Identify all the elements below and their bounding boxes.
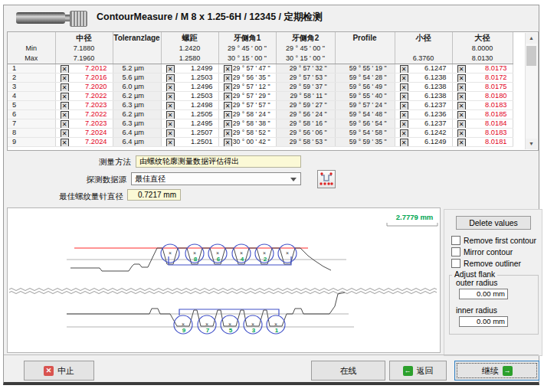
checked-checkbox-icon[interactable]: ✕ <box>400 83 408 92</box>
column-header[interactable]: Toleranzlage <box>113 32 161 64</box>
checked-checkbox-icon[interactable]: ✕ <box>166 129 175 138</box>
unchecked-checkbox-icon[interactable] <box>451 247 460 256</box>
checked-checkbox-icon[interactable]: ✕ <box>457 111 466 119</box>
table-row[interactable]: 8✕7.20246.4 µm✕1.2507✕29 ° 58 ' 52 "29 °… <box>8 129 527 138</box>
scale-bracket <box>387 223 437 226</box>
probe-source-select[interactable]: 最佳直径 <box>131 172 301 185</box>
cell-tol: 6.3 µm <box>113 101 161 110</box>
method-field[interactable]: 由螺纹轮廓测量数据评估得出 <box>136 155 301 168</box>
checked-checkbox-icon[interactable]: ✕ <box>224 139 232 147</box>
checked-checkbox-icon[interactable]: ✕ <box>166 83 175 92</box>
checkbox-label: Remove outliner <box>464 260 521 268</box>
checked-checkbox-icon[interactable]: ✕ <box>400 111 408 119</box>
probe-points-button[interactable] <box>317 170 336 188</box>
abort-button[interactable]: ✕ 中止 <box>24 361 94 381</box>
table-row[interactable]: 3✕7.20206.0 µm✕1.2496✕29 ° 57 ' 12 "29 °… <box>8 83 527 92</box>
checked-checkbox-icon[interactable]: ✕ <box>457 93 466 101</box>
cell-pr: 59 ° 56 ' 54 " <box>335 119 395 129</box>
back-button[interactable]: ← 返回 <box>389 361 447 381</box>
cell-p: ✕1.2498 <box>161 101 218 110</box>
checked-checkbox-icon[interactable]: ✕ <box>61 102 69 110</box>
checked-checkbox-icon[interactable]: ✕ <box>61 129 69 138</box>
checked-checkbox-icon[interactable]: ✕ <box>457 120 466 129</box>
checked-checkbox-icon[interactable]: ✕ <box>457 102 466 110</box>
probe-source-value: 最佳直径 <box>135 175 165 183</box>
thread-gauge-icon <box>16 9 90 26</box>
checked-checkbox-icon[interactable]: ✕ <box>166 93 175 101</box>
checked-checkbox-icon[interactable]: ✕ <box>457 129 466 138</box>
checked-checkbox-icon[interactable]: ✕ <box>400 93 408 101</box>
wire-diameter-field[interactable]: 0.7217 mm <box>127 189 181 201</box>
checked-checkbox-icon[interactable]: ✕ <box>224 93 232 101</box>
checked-checkbox-icon[interactable]: ✕ <box>400 102 408 110</box>
scrollbar-thumb[interactable] <box>526 46 536 66</box>
column-header[interactable]: 小径6.3760 <box>395 32 452 64</box>
checked-checkbox-icon[interactable]: ✕ <box>224 111 232 119</box>
cell-p: ✕1.2495 <box>161 119 218 129</box>
checked-checkbox-icon[interactable]: ✕ <box>61 74 69 83</box>
checked-checkbox-icon[interactable]: ✕ <box>457 139 466 147</box>
inner-radius-field[interactable]: 0.00 mm <box>459 316 508 327</box>
remove-outliner-checkbox[interactable]: Remove outliner <box>451 259 521 268</box>
method-label: 测量方法 <box>4 156 131 168</box>
checked-checkbox-icon[interactable]: ✕ <box>166 65 175 74</box>
checked-checkbox-icon[interactable]: ✕ <box>61 139 69 147</box>
checked-checkbox-icon[interactable]: ✕ <box>400 65 408 74</box>
delete-values-button[interactable]: Delete values <box>456 216 531 230</box>
break-wave-line-2 <box>9 292 437 294</box>
column-header[interactable]: Profile <box>335 32 395 64</box>
unchecked-checkbox-icon[interactable] <box>451 259 460 268</box>
checked-checkbox-icon[interactable]: ✕ <box>224 65 232 74</box>
checked-checkbox-icon[interactable]: ✕ <box>166 120 175 129</box>
checked-checkbox-icon[interactable]: ✕ <box>457 83 466 92</box>
checked-checkbox-icon[interactable]: ✕ <box>224 74 232 83</box>
column-header[interactable]: 螺距1.24201.2580 <box>161 32 218 64</box>
table-row[interactable]: 5✕7.20236.3 µm✕1.2498✕29 ° 57 ' 57 "29 °… <box>8 101 527 110</box>
remove-first-contour-checkbox[interactable]: Remove first contour <box>451 236 536 245</box>
table-row[interactable]: 4✕7.20226.2 µm✕1.2503✕29 ° 57 ' 29 "29 °… <box>8 92 527 101</box>
mirror-contour-checkbox[interactable]: Mirror contour <box>451 247 513 256</box>
contour-graph[interactable]: 2.7779 mm ××8×6×4×2××9×7×5×3×1 <box>7 207 441 353</box>
cell-pr: 59 ° 57 ' 24 " <box>335 101 395 110</box>
table-row[interactable]: 1✕7.20125.2 µm✕1.2499✕29 ° 57 ' 47 "29 °… <box>8 64 527 74</box>
table-row[interactable]: 2✕7.20165.6 µm✕1.2503✕29 ° 56 ' 35 "29 °… <box>8 74 527 83</box>
outer-radius-field[interactable]: 0.00 mm <box>459 289 508 299</box>
checked-checkbox-icon[interactable]: ✕ <box>457 65 466 74</box>
checked-checkbox-icon[interactable]: ✕ <box>224 120 232 129</box>
table-row[interactable]: 6✕7.20226.2 µm✕1.2505✕29 ° 58 ' 24 "29 °… <box>8 110 527 119</box>
checked-checkbox-icon[interactable]: ✕ <box>224 102 232 110</box>
cell-tol: 6.2 µm <box>113 110 161 119</box>
checked-checkbox-icon[interactable]: ✕ <box>457 74 466 83</box>
checked-checkbox-icon[interactable]: ✕ <box>166 74 175 83</box>
column-header[interactable]: 中径7.18807.1960 <box>55 32 113 64</box>
table-row[interactable]: 7✕7.20236.3 µm✕1.2495✕29 ° 58 ' 38 "29 °… <box>8 119 527 129</box>
online-button[interactable]: 在线 <box>311 361 385 381</box>
column-header[interactable]: 牙侧角229 ° 45 ' 00 "30 ° 15 ' 00 " <box>276 32 335 64</box>
checked-checkbox-icon[interactable]: ✕ <box>224 129 232 138</box>
checked-checkbox-icon[interactable]: ✕ <box>400 139 408 147</box>
next-arrow-icon: → <box>503 366 513 376</box>
table-scrollbar[interactable]: ▲ ▼ <box>525 33 537 149</box>
unchecked-checkbox-icon[interactable] <box>451 236 460 245</box>
chevron-down-icon <box>290 178 297 181</box>
checked-checkbox-icon[interactable]: ✕ <box>166 102 175 110</box>
checked-checkbox-icon[interactable]: ✕ <box>61 93 69 101</box>
checked-checkbox-icon[interactable]: ✕ <box>61 65 69 74</box>
checked-checkbox-icon[interactable]: ✕ <box>400 120 408 129</box>
table-row[interactable]: 9✕7.20246.4 µm✕1.2501✕30 ° 00 ' 42 "29 °… <box>8 138 527 147</box>
scroll-up-icon[interactable]: ▲ <box>526 33 537 44</box>
checked-checkbox-icon[interactable]: ✕ <box>61 83 69 92</box>
column-header[interactable]: MinMax <box>8 32 55 64</box>
checked-checkbox-icon[interactable]: ✕ <box>166 111 175 119</box>
cell-n: 7 <box>8 119 55 129</box>
scroll-down-icon[interactable]: ▼ <box>526 139 537 149</box>
column-header[interactable]: 大径8.00008.0130 <box>452 32 513 64</box>
checked-checkbox-icon[interactable]: ✕ <box>400 129 408 138</box>
next-button[interactable]: 继续 → <box>454 361 539 381</box>
checked-checkbox-icon[interactable]: ✕ <box>224 83 232 92</box>
checked-checkbox-icon[interactable]: ✕ <box>166 139 175 147</box>
checked-checkbox-icon[interactable]: ✕ <box>61 120 69 129</box>
checked-checkbox-icon[interactable]: ✕ <box>61 111 69 119</box>
checked-checkbox-icon[interactable]: ✕ <box>400 74 408 83</box>
column-header[interactable]: 牙侧角129 ° 45 ' 00 "30 ° 15 ' 00 " <box>218 32 276 64</box>
